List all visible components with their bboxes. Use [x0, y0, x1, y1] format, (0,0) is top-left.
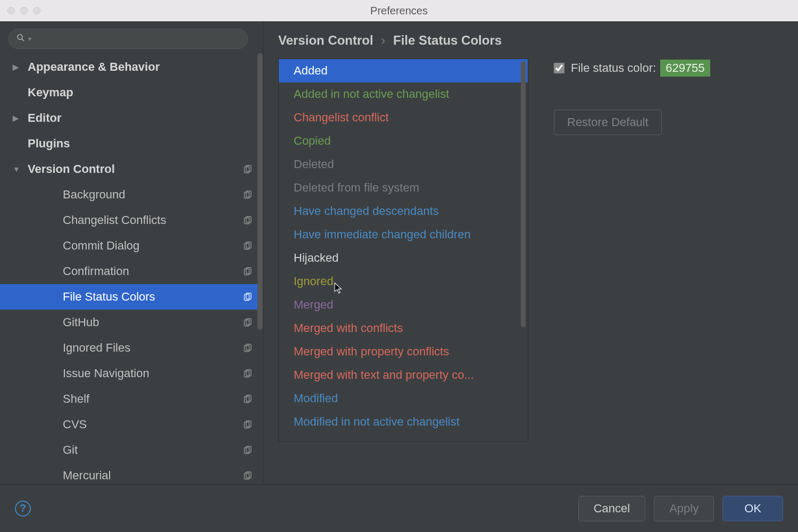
file-status-item[interactable]: Merged with conflicts: [279, 317, 528, 340]
restore-default-button[interactable]: Restore Default: [554, 110, 662, 135]
sidebar-item[interactable]: Plugins: [0, 131, 263, 156]
chevron-down-icon[interactable]: ▼: [13, 165, 28, 173]
sidebar-item-label: Appearance & Behavior: [28, 60, 253, 74]
file-status-item[interactable]: Merged: [279, 293, 528, 317]
dialog-footer: ? Cancel Apply OK: [0, 484, 798, 532]
sidebar-item-label: Version Control: [28, 162, 243, 176]
file-status-item[interactable]: Merged with property conflicts: [279, 340, 528, 363]
sidebar-item[interactable]: Mercurial: [0, 463, 263, 484]
file-status-item[interactable]: Added: [279, 59, 528, 82]
chevron-right-icon[interactable]: ▶: [13, 114, 28, 122]
sidebar-item[interactable]: ▶Appearance & Behavior: [0, 54, 263, 80]
sidebar-item-label: Background: [63, 188, 243, 202]
scheme-copy-icon[interactable]: [243, 292, 253, 302]
window-title: Preferences: [0, 5, 798, 17]
sidebar-item-label: File Status Colors: [63, 290, 243, 304]
sidebar-item-label: Editor: [28, 111, 253, 125]
sidebar-item[interactable]: Ignored Files: [0, 335, 263, 361]
sidebar-item-label: CVS: [63, 418, 243, 431]
breadcrumb-separator-icon: ›: [377, 33, 389, 47]
sidebar-item[interactable]: Issue Navigation: [0, 361, 263, 386]
search-history-dropdown-icon[interactable]: ▾: [28, 35, 31, 43]
settings-sidebar: ▾ ▶Appearance & BehaviorKeymap▶EditorPlu…: [0, 21, 263, 484]
file-status-item[interactable]: Have changed descendants: [279, 200, 528, 223]
sidebar-item[interactable]: Commit Dialog: [0, 233, 263, 259]
titlebar: Preferences: [0, 0, 798, 21]
scheme-copy-icon[interactable]: [243, 343, 253, 353]
sidebar-item[interactable]: Background: [0, 182, 263, 207]
file-status-item[interactable]: Ignored: [279, 270, 528, 293]
sidebar-item-label: Confirmation: [63, 264, 243, 278]
sidebar-item[interactable]: Shelf: [0, 386, 263, 412]
scheme-copy-icon[interactable]: [243, 470, 253, 481]
scheme-copy-icon[interactable]: [243, 189, 253, 200]
file-status-item[interactable]: Have immediate changed children: [279, 223, 528, 246]
file-status-item[interactable]: Modified: [279, 387, 528, 410]
file-status-list[interactable]: AddedAdded in not active changelistChang…: [278, 59, 528, 442]
scheme-copy-icon[interactable]: [243, 164, 253, 174]
ok-button[interactable]: OK: [722, 496, 783, 521]
sidebar-item-label: Git: [63, 443, 243, 457]
svg-line-1: [22, 39, 24, 41]
file-status-item[interactable]: Hijacked: [279, 246, 528, 270]
scheme-copy-icon[interactable]: [243, 215, 253, 226]
search-input[interactable]: ▾: [9, 29, 248, 49]
scheme-copy-icon[interactable]: [243, 445, 253, 455]
sidebar-item[interactable]: Git: [0, 437, 263, 463]
status-list-scrollbar[interactable]: [521, 61, 526, 327]
sidebar-item-label: GitHub: [63, 315, 243, 329]
file-status-color-row: File status color: 629755: [554, 60, 710, 77]
file-status-color-label: File status color:: [571, 61, 656, 75]
file-status-item[interactable]: Changelist conflict: [279, 106, 528, 129]
file-status-item[interactable]: Deleted from file system: [279, 176, 528, 200]
svg-point-0: [18, 35, 22, 39]
sidebar-item-label: Commit Dialog: [63, 239, 243, 253]
breadcrumb: Version Control › File Status Colors: [263, 27, 798, 59]
scheme-copy-icon[interactable]: [243, 266, 253, 277]
file-status-item[interactable]: Added in not active changelist: [279, 82, 528, 106]
settings-content: Version Control › File Status Colors Add…: [263, 21, 798, 484]
sidebar-item-label: Mercurial: [63, 469, 243, 483]
sidebar-item-label: Ignored Files: [63, 341, 243, 355]
sidebar-scrollbar[interactable]: [257, 53, 263, 330]
sidebar-item[interactable]: Confirmation: [0, 259, 263, 284]
sidebar-item[interactable]: GitHub: [0, 310, 263, 335]
cancel-button[interactable]: Cancel: [578, 496, 645, 521]
scheme-copy-icon[interactable]: [243, 419, 253, 430]
sidebar-item[interactable]: Keymap: [0, 80, 263, 105]
file-status-item[interactable]: Merged with text and property co...: [279, 363, 528, 387]
apply-button[interactable]: Apply: [654, 496, 714, 521]
scheme-copy-icon[interactable]: [243, 317, 253, 328]
sidebar-item-label: Keymap: [28, 86, 253, 99]
sidebar-item[interactable]: File Status Colors: [0, 284, 263, 310]
sidebar-item[interactable]: CVS: [0, 412, 263, 437]
chevron-right-icon[interactable]: ▶: [13, 63, 28, 71]
scheme-copy-icon[interactable]: [243, 368, 253, 379]
sidebar-item[interactable]: ▼Version Control: [0, 156, 263, 182]
breadcrumb-page: File Status Colors: [393, 33, 502, 47]
color-swatch[interactable]: 629755: [660, 60, 710, 77]
help-button[interactable]: ?: [15, 501, 31, 517]
file-status-item[interactable]: Deleted: [279, 153, 528, 176]
breadcrumb-parent[interactable]: Version Control: [278, 33, 373, 47]
file-status-color-checkbox[interactable]: [554, 63, 564, 73]
file-status-item[interactable]: Modified in not active changelist: [279, 410, 528, 434]
sidebar-item-label: Issue Navigation: [63, 367, 243, 380]
file-status-item[interactable]: Copied: [279, 129, 528, 153]
scheme-copy-icon[interactable]: [243, 240, 253, 251]
sidebar-item[interactable]: ▶Editor: [0, 105, 263, 131]
settings-tree: ▶Appearance & BehaviorKeymap▶EditorPlugi…: [0, 54, 263, 484]
sidebar-item[interactable]: Changelist Conflicts: [0, 207, 263, 233]
sidebar-item-label: Changelist Conflicts: [63, 213, 243, 227]
sidebar-item-label: Plugins: [28, 137, 253, 151]
scheme-copy-icon[interactable]: [243, 394, 253, 404]
sidebar-item-label: Shelf: [63, 392, 243, 406]
search-icon: [16, 34, 25, 45]
